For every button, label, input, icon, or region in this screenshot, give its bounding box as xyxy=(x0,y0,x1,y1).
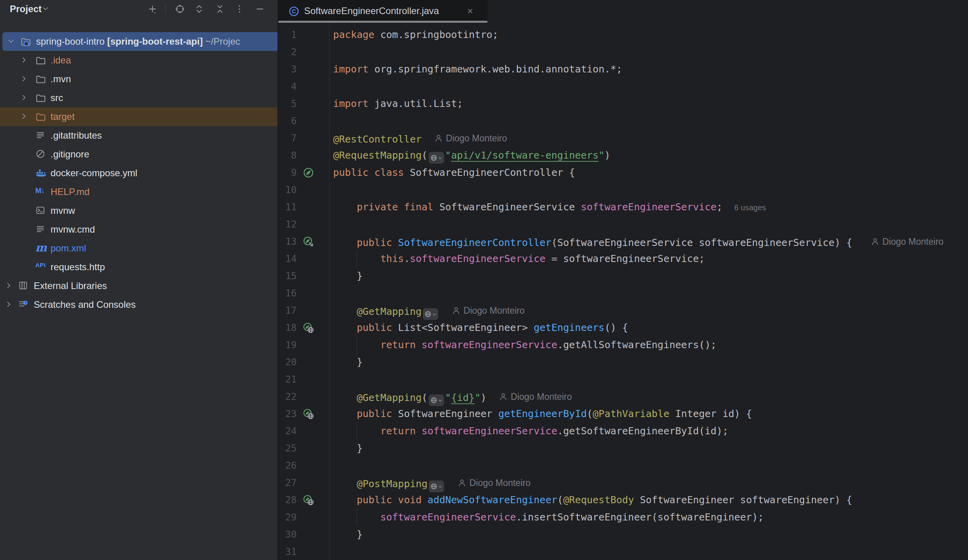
code-line[interactable]: 7@RestControllerDiogo Monteiro xyxy=(278,130,968,147)
code-line[interactable]: 22 @GetMapping("{id}")Diogo Monteiro xyxy=(278,388,968,405)
code-line[interactable]: 12 xyxy=(278,216,968,233)
code-line[interactable]: 8@RequestMapping("api/v1/software-engine… xyxy=(278,147,968,164)
line-number[interactable]: 22 xyxy=(278,388,297,405)
request-mapping-icon[interactable] xyxy=(303,322,314,333)
line-number[interactable]: 11 xyxy=(278,199,297,216)
author-inlay[interactable]: Diogo Monteiro xyxy=(458,474,531,491)
code-line[interactable]: 28 public void addNewSoftwareEngineer(@R… xyxy=(278,491,968,509)
code-line[interactable]: 25 } xyxy=(278,440,968,457)
code-line[interactable]: 16 xyxy=(278,285,968,302)
code-line[interactable]: 1package com.springbootintro; xyxy=(278,26,968,43)
tree-item-mvn[interactable]: .mvn xyxy=(0,70,277,89)
code-line[interactable]: 30 } xyxy=(278,526,968,543)
editor-tab[interactable]: C SoftwareEngineerController.java × xyxy=(278,0,488,23)
more-options-button[interactable] xyxy=(234,4,245,14)
code-line[interactable]: 23 public SoftwareEngineer getEngineerBy… xyxy=(278,405,968,423)
spring-bean-icon[interactable] xyxy=(303,167,314,178)
line-number[interactable]: 6 xyxy=(278,112,297,130)
tree-item-requests-http[interactable]: APIrequests.http xyxy=(0,258,277,276)
line-number[interactable]: 14 xyxy=(278,250,297,267)
line-number[interactable]: 5 xyxy=(278,95,297,112)
line-number[interactable]: 12 xyxy=(278,216,297,233)
url-mapping-chip[interactable] xyxy=(423,308,438,320)
tree-item-idea[interactable]: .idea xyxy=(0,51,277,70)
expand-all-button[interactable] xyxy=(194,4,205,14)
project-panel-title[interactable]: Project xyxy=(10,4,42,14)
tree-item-external-libraries[interactable]: External Libraries xyxy=(0,276,277,295)
code-line[interactable]: 3import org.springframework.web.bind.ann… xyxy=(278,61,968,78)
tree-item-pom-xml[interactable]: mpom.xml xyxy=(0,239,277,258)
tree-item-gitignore[interactable]: .gitignore xyxy=(0,145,277,164)
line-number[interactable]: 17 xyxy=(278,302,297,319)
line-number[interactable]: 30 xyxy=(278,526,297,543)
tree-item-gitattributes[interactable]: .gitattributes xyxy=(0,126,277,145)
url-mapping-chip[interactable] xyxy=(429,152,444,164)
code-line[interactable]: 15 } xyxy=(278,267,968,285)
line-number[interactable]: 18 xyxy=(278,319,297,336)
code-line[interactable]: 2 xyxy=(278,43,968,61)
url-mapping-chip[interactable] xyxy=(429,481,444,492)
tree-item-project-root[interactable]: spring-boot-intro [spring-boot-rest-api]… xyxy=(2,32,277,51)
tree-item-docker-compose[interactable]: docker-compose.yml xyxy=(0,164,277,182)
code-line[interactable]: 6 xyxy=(278,112,968,130)
chevron-right-icon[interactable] xyxy=(19,74,29,83)
code-line[interactable]: 18 public List<SoftwareEngineer> getEngi… xyxy=(278,319,968,336)
code-line[interactable]: 26 xyxy=(278,457,968,474)
line-number[interactable]: 23 xyxy=(278,405,297,423)
line-number[interactable]: 15 xyxy=(278,267,297,285)
url-mapping-chip[interactable] xyxy=(429,394,444,406)
line-number[interactable]: 27 xyxy=(278,474,297,491)
line-number[interactable]: 10 xyxy=(278,181,297,199)
code-line[interactable]: 27 @PostMappingDiogo Monteiro xyxy=(278,474,968,491)
code-line[interactable]: 4 xyxy=(278,78,968,95)
line-number[interactable]: 20 xyxy=(278,354,297,371)
line-number[interactable]: 4 xyxy=(278,78,297,95)
collapse-all-button[interactable] xyxy=(214,4,225,14)
line-number[interactable]: 2 xyxy=(278,43,297,61)
code-line[interactable]: 24 return softwareEngineerService.getSof… xyxy=(278,423,968,440)
code-line[interactable]: 17 @GetMappingDiogo Monteiro xyxy=(278,302,968,319)
line-number[interactable]: 19 xyxy=(278,336,297,354)
chevron-right-icon[interactable] xyxy=(19,112,29,121)
code-line[interactable]: 31 xyxy=(278,543,968,560)
line-number[interactable]: 7 xyxy=(278,130,297,147)
code-line[interactable]: 19 return softwareEngineerService.getAll… xyxy=(278,336,968,354)
request-mapping-icon[interactable] xyxy=(303,408,314,419)
code-line[interactable]: 29 softwareEngineerService.insertSoftwar… xyxy=(278,509,968,526)
code-line[interactable]: 10 xyxy=(278,181,968,199)
code-line[interactable]: 9public class SoftwareEngineerController… xyxy=(278,164,968,181)
code-line[interactable]: 13 public SoftwareEngineerController(Sof… xyxy=(278,233,968,250)
line-number[interactable]: 24 xyxy=(278,423,297,440)
chevron-right-icon[interactable] xyxy=(19,93,29,102)
usages-inlay[interactable]: 6 usages xyxy=(734,203,766,212)
tree-item-scratches[interactable]: Scratches and Consoles xyxy=(0,295,277,314)
line-number[interactable]: 25 xyxy=(278,440,297,457)
request-mapping-icon[interactable] xyxy=(303,495,314,506)
line-number[interactable]: 29 xyxy=(278,509,297,526)
line-number[interactable]: 26 xyxy=(278,457,297,474)
code-line[interactable]: 5import java.util.List; xyxy=(278,95,968,112)
spring-bean-wiring-icon[interactable] xyxy=(303,236,314,247)
tree-item-src[interactable]: src xyxy=(0,89,277,107)
author-inlay[interactable]: Diogo Monteiro xyxy=(871,233,944,250)
author-inlay[interactable]: Diogo Monteiro xyxy=(499,388,572,405)
line-number[interactable]: 21 xyxy=(278,371,297,388)
line-number[interactable]: 1 xyxy=(278,26,297,43)
add-button[interactable] xyxy=(147,4,158,14)
line-number[interactable]: 13 xyxy=(278,233,297,250)
hide-panel-button[interactable] xyxy=(254,4,265,14)
line-number[interactable]: 16 xyxy=(278,285,297,302)
chevron-down-icon[interactable] xyxy=(41,4,50,13)
tree-item-mvnw[interactable]: mvnw xyxy=(0,201,277,220)
code-line[interactable]: 11 private final SoftwareEngineerService… xyxy=(278,199,968,216)
line-number[interactable]: 31 xyxy=(278,543,297,560)
tree-item-help-md[interactable]: M↓HELP.md xyxy=(0,182,277,201)
line-number[interactable]: 8 xyxy=(278,147,297,164)
locate-file-button[interactable] xyxy=(174,4,185,14)
line-number[interactable]: 3 xyxy=(278,61,297,78)
tree-item-mvnw-cmd[interactable]: mvnw.cmd xyxy=(0,220,277,239)
chevron-down-icon[interactable] xyxy=(6,36,16,46)
code-line[interactable]: 20 } xyxy=(278,354,968,371)
author-inlay[interactable]: Diogo Monteiro xyxy=(434,130,507,147)
author-inlay[interactable]: Diogo Monteiro xyxy=(452,302,525,319)
